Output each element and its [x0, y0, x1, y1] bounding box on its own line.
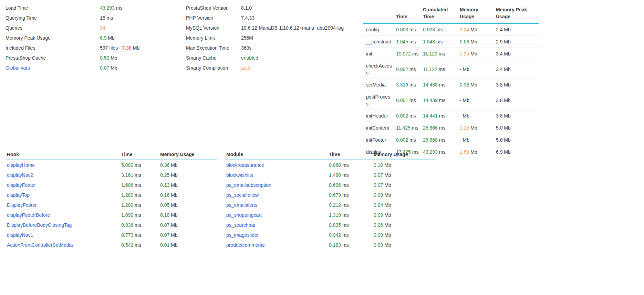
value-text: 5.080 [121, 162, 133, 168]
value-text: 0.002 [396, 67, 408, 72]
column-header: Hook [6, 149, 121, 160]
value-text: ms [437, 67, 445, 72]
value-text: Mb [383, 192, 391, 198]
header-row: ModuleTimeMemory Usage [225, 149, 436, 160]
hook-link[interactable]: DisplayFooter [7, 202, 37, 208]
value-text: 0.10 [374, 162, 383, 168]
module-link[interactable]: blockreassurance [226, 162, 264, 168]
memory-usage-cell: 0.09 Mb [374, 240, 436, 250]
module-link[interactable]: blockwishlist [226, 172, 253, 178]
value-text: 25.868 [423, 137, 438, 143]
value-text: Mb [469, 149, 477, 155]
modules-panel: ModuleTimeMemory Usageblockreassurance0.… [225, 149, 436, 250]
hook-link[interactable]: displayFooter [7, 182, 36, 188]
value-text: 1.319 [329, 212, 341, 218]
value-text: Mb [383, 202, 391, 208]
table-row: blockreassurance0.860 ms0.10 Mb [225, 160, 436, 170]
time-cell: 0.001 ms [396, 91, 423, 110]
value-text: Mb [383, 232, 391, 238]
value-text: ms [408, 67, 416, 72]
value-text: ms [341, 182, 349, 188]
column-header [363, 3, 396, 24]
module-link[interactable]: ps_emailalerts [226, 202, 257, 208]
module-link[interactable]: productcomments [226, 242, 264, 248]
value-text: 8.1.0 [241, 5, 252, 11]
value-text: 1.05 [460, 51, 469, 57]
module-link[interactable]: ps_emailsubscription [226, 182, 271, 188]
header-row: TimeCumulated TimeMemory UsageMemory Pea… [363, 3, 539, 24]
hook-link[interactable]: ActionFrontControllerSetMedia [7, 242, 73, 248]
table-row: displayHome5.080 ms0.36 Mb [6, 160, 217, 170]
hook-link[interactable]: displayNav2 [7, 172, 33, 178]
hook-link[interactable]: DisplayBeforeBodyClosingTag [7, 222, 72, 228]
value-text: 14.438 [423, 82, 438, 88]
value-text: ms [133, 162, 141, 168]
hook-link[interactable]: displayFooterBefore [7, 212, 50, 218]
value-text: Mb [383, 162, 391, 168]
name-cell: ActionFrontControllerSetMedia [6, 240, 121, 250]
value-text: 3.161 [121, 172, 133, 178]
cumulated-time-cell: 11.122 ms [423, 60, 460, 79]
stat-label: PrestaShop Cache [6, 55, 46, 61]
value-text: ms [341, 172, 349, 178]
time-cell: 0.002 ms [396, 110, 423, 122]
module-link[interactable]: ps_socialfollow [226, 192, 259, 198]
value-text: Mb [469, 27, 477, 32]
name-cell: DisplayBeforeBodyClosingTag [6, 220, 121, 230]
hook-link[interactable]: displayTop [7, 192, 30, 198]
time-cell: 1.480 ms [329, 170, 374, 180]
stat-value: 256M [241, 34, 253, 41]
value-text: ms [408, 82, 416, 88]
step-name: initFooter [363, 134, 396, 146]
panel-hooks-table: HookTimeMemory UsagedisplayHome5.080 ms0… [6, 149, 217, 250]
name-cell: DisplayFooter [6, 200, 121, 210]
cumulated-time-cell: 14.438 ms [423, 79, 460, 91]
time-cell: 1.280 ms [121, 190, 160, 200]
value-text: 0.07 [100, 65, 109, 71]
global-vars-6-link[interactable]: Global vars [6, 65, 30, 71]
table-row: initHeader0.002 ms14.441 ms- Mb3.8 Mb [363, 110, 539, 122]
module-link[interactable]: ps_searchbar [226, 222, 256, 228]
value-text: Mb [502, 125, 510, 131]
value-text: 1.280 [121, 192, 133, 198]
hook-link[interactable]: displayHome [7, 162, 35, 168]
name-cell: ps_emailsubscription [225, 180, 329, 190]
value-text: ms [341, 242, 349, 248]
value-text: ms [133, 172, 141, 178]
table-row: displayFooterBefore1.092 ms0.10 Mb [6, 210, 217, 220]
name-cell: displayTop [6, 190, 121, 200]
value-text: 0.25 [160, 172, 169, 178]
time-cell: 0.212 ms [329, 200, 374, 210]
value-text: 0.07 [160, 232, 169, 238]
table-row: productcomments0.183 ms0.09 Mb [225, 240, 436, 250]
value-text: Mb [106, 35, 114, 41]
value-text: 0.04 [374, 202, 383, 208]
table-row: ps_searchbar0.835 ms0.06 Mb [225, 220, 436, 230]
value-text: 0.679 [329, 192, 341, 198]
stat-row: MySQL Version10.6.12-MariaDB-1:10.6.12+m… [186, 23, 358, 33]
value-text: 3.4 [496, 67, 502, 72]
memory-peak-cell: 3.4 Mb [496, 60, 539, 79]
value-text: auto [241, 65, 250, 71]
value-text: 597 files - [100, 45, 122, 51]
hook-link[interactable]: displayNav1 [7, 232, 33, 238]
column-header: Cumulated Time [423, 3, 460, 24]
stat-label: Included Files [6, 45, 35, 51]
stat-label: Queries [6, 25, 22, 31]
table-row: ps_emailalerts0.212 ms0.04 Mb [225, 200, 436, 210]
value-text: ms [435, 27, 443, 32]
value-text: 0.936 [121, 222, 133, 228]
time-cell: 0.002 ms [396, 60, 423, 79]
value-text: ms [341, 162, 349, 168]
module-link[interactable]: ps_imageslider [226, 232, 259, 238]
memory-usage-cell: 0.38 Mb [460, 79, 496, 91]
value-text: 7.38 [122, 45, 132, 51]
memory-peak-cell: 3.8 Mb [496, 79, 539, 91]
module-link[interactable]: ps_shoppingcart [226, 212, 262, 218]
stat-label: Max Execution Time [186, 45, 229, 51]
value-text: 0.212 [329, 202, 341, 208]
value-text: ms [411, 125, 418, 131]
value-text: ms [438, 149, 446, 155]
stat-value: 0.07 Mb [100, 64, 117, 71]
stat-value: 360s [241, 44, 251, 51]
